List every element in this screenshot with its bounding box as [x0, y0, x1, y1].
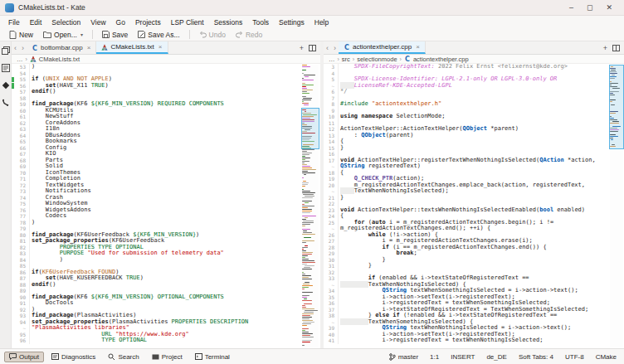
toolview-search[interactable]: Search [103, 352, 144, 362]
undo-button[interactable]: Undo [195, 29, 230, 41]
close-button[interactable]: ✕ [606, 3, 612, 12]
tab-actiontexthelper.cpp[interactable]: Cactiontexthelper.cpp× [339, 41, 426, 54]
toolview-terminal[interactable]: Terminal [190, 352, 235, 362]
menu-edit[interactable]: Edit [25, 17, 47, 28]
left-editor[interactable]: 53)5455if (UNIX AND NOT APPLE)56 set(HAV… [12, 64, 320, 348]
code-text: TYPE OPTIONAL [30, 337, 147, 344]
menu-tools[interactable]: Tools [247, 17, 274, 28]
save-as-button[interactable]: Save As... [134, 29, 183, 41]
open-dropdown-caret-icon[interactable]: ▾ [80, 32, 83, 37]
code-line[interactable]: ~QString registeredText) [324, 163, 624, 170]
code-line[interactable]: 8#include "actiontexthelper.h" [324, 101, 624, 108]
line-number: 60 [12, 108, 30, 114]
save-button[interactable]: Save [98, 29, 132, 41]
tab-CMakeLists.txt[interactable]: CMakeLists.txt× [96, 41, 168, 54]
menu-go[interactable]: Go [111, 17, 130, 28]
new-button[interactable]: New [5, 29, 37, 41]
redo-button[interactable]: Redo [232, 29, 266, 41]
status-dictionary[interactable]: de_DE [486, 353, 506, 361]
toolview-output[interactable]: Output [4, 352, 44, 362]
code-line[interactable]: 77 Codecs [12, 213, 320, 220]
code-line[interactable]: 23void ActionTextHelper::textsWhenNothin… [324, 207, 624, 214]
code-line[interactable]: ~ LicenseRef-KDE-Accepted-LGPL [324, 83, 624, 90]
code-line[interactable]: 84 ) [12, 257, 320, 264]
line-number: 91 [12, 300, 30, 307]
menu-view[interactable]: View [85, 17, 110, 28]
code-line[interactable]: 57endif() [12, 89, 320, 95]
code-line[interactable]: 66 Config [12, 145, 320, 152]
tab-prev-icon[interactable]: ‹ [326, 44, 329, 52]
code-line[interactable]: 88endif() [12, 282, 320, 289]
breadcrumb-item[interactable]: actiontexthelper.cpp [413, 56, 469, 63]
minimap-viewport[interactable] [609, 65, 624, 149]
toolview-project[interactable]: Project [147, 352, 188, 362]
tab-close-icon[interactable]: × [416, 43, 420, 51]
tab-next-icon[interactable]: › [22, 44, 24, 52]
menu-settings[interactable]: Settings [274, 17, 310, 28]
menu-sessions[interactable]: Sessions [209, 17, 248, 28]
menu-projects[interactable]: Projects [130, 17, 166, 28]
right-minimap-scrollbar[interactable] [610, 65, 623, 347]
code-line[interactable]: 31 } [324, 263, 624, 269]
tab-close-icon[interactable]: × [87, 44, 91, 51]
git-branch-status[interactable]: master [389, 353, 418, 361]
diagnostics-icon [51, 353, 59, 361]
line-number: 67 [12, 151, 30, 158]
tab-close-icon[interactable]: × [158, 43, 163, 51]
minimize-button[interactable]: – [569, 3, 573, 12]
split-view-icon[interactable] [612, 45, 620, 51]
tab-next-icon[interactable]: › [334, 44, 336, 52]
tab-prev-icon[interactable]: ‹ [14, 44, 17, 52]
status-highlight-mode[interactable]: CMake [596, 353, 617, 361]
left-minimap-scrollbar[interactable] [302, 65, 319, 347]
code-line[interactable]: 10using namespace SelectionMode; [324, 114, 624, 120]
left-breadcrumb[interactable]: …›CMakeLists.txt [12, 55, 320, 64]
open-button[interactable]: Open... ▾ [39, 29, 87, 41]
documents-icon[interactable] [2, 46, 10, 55]
titlebar[interactable]: CMakeLists.txt - Kate – ◻ ✕ [0, 0, 624, 16]
filesystem-icon[interactable] [2, 64, 10, 72]
breadcrumb-item[interactable]: CMakeLists.txt [39, 56, 80, 63]
line-number: 26 [324, 232, 339, 239]
breadcrumb-item[interactable]: … [329, 56, 335, 63]
new-tab-icon[interactable]: + [603, 44, 607, 52]
code-line[interactable]: 6*/ [324, 89, 624, 95]
menu-selection[interactable]: Selection [46, 17, 85, 28]
status-input-mode[interactable]: INSERT [451, 353, 475, 361]
code-line[interactable]: 91 DocTools [12, 300, 320, 307]
code-line[interactable]: 21} [324, 195, 624, 201]
breadcrumb-item[interactable]: src [342, 56, 350, 63]
minimap-viewport[interactable] [301, 108, 319, 149]
line-number: 58 [12, 95, 30, 102]
menubar: FileEditSelectionViewGoProjectsLSP Clien… [0, 16, 624, 28]
menu-file[interactable]: File [3, 17, 25, 28]
code-line[interactable]: 96 TYPE OPTIONAL [12, 337, 320, 344]
right-editor[interactable]: 3 SPDX-FileCopyrightText: 2022 Felix Ern… [324, 64, 624, 348]
code-line[interactable]: 15} [324, 145, 624, 152]
code-line[interactable]: 56 set(HAVE_X11 TRUE) [12, 83, 320, 90]
status-encoding[interactable]: UTF-8 [565, 353, 584, 361]
code-line[interactable]: 3 SPDX-FileCopyrightText: 2022 Felix Ern… [324, 64, 624, 70]
code-line[interactable]: 78) [12, 220, 320, 226]
code-line[interactable]: 53) [12, 64, 320, 70]
new-tab-icon[interactable]: + [300, 44, 304, 52]
maximize-button[interactable]: ◻ [587, 3, 592, 12]
tab-bottombar.cpp[interactable]: Cbottombar.cpp× [27, 41, 96, 54]
status-tab-settings[interactable]: Soft Tabs: 4 [519, 353, 553, 361]
menu-lsp-client[interactable]: LSP Client [166, 17, 209, 28]
code-line[interactable]: 14{ [324, 138, 624, 145]
split-view-icon[interactable] [309, 45, 316, 51]
right-breadcrumb[interactable]: …›src›selectionmode›Cactiontexthelper.cp… [324, 55, 624, 64]
tab-label: actiontexthelper.cpp [353, 43, 412, 51]
code-line[interactable]: ~ TextWhenNothingIsSelected); [324, 188, 624, 195]
lsp-symbols-icon[interactable] [2, 99, 10, 107]
code-line[interactable]: 41 i->registeredText = textWhenNothingIs… [324, 337, 624, 344]
breadcrumb-item[interactable]: … [17, 56, 23, 63]
git-icon[interactable] [2, 81, 10, 90]
breadcrumb-item[interactable]: selectionmode [357, 56, 397, 63]
menu-help[interactable]: Help [310, 17, 334, 28]
code-line[interactable]: 87 set(HAVE_KUSERFEEDBACK TRUE) [12, 275, 320, 282]
code-line[interactable]: 13 : QObject(parent) [324, 133, 624, 139]
toolview-diagnostics[interactable]: Diagnostics [46, 352, 100, 362]
status-cursor-position[interactable]: 1:1 [430, 353, 439, 361]
